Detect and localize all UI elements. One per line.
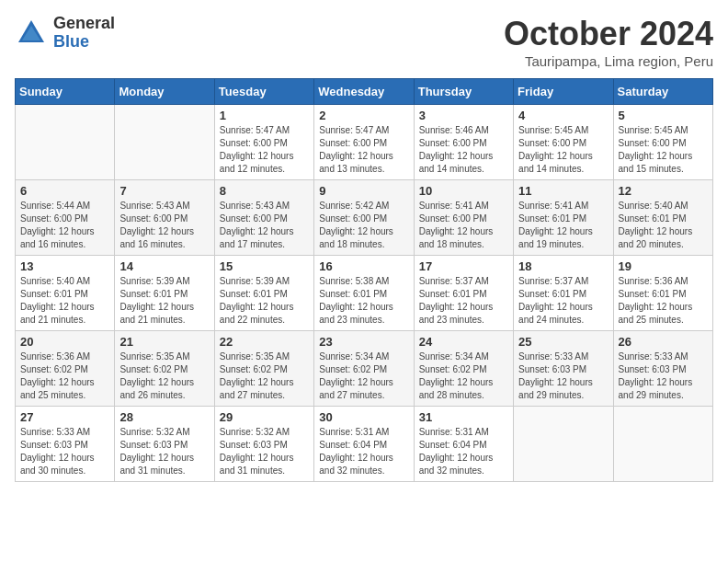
calendar-cell: 8Sunrise: 5:43 AMSunset: 6:00 PMDaylight…: [214, 180, 313, 256]
cell-day-number: 15: [220, 259, 309, 273]
calendar-table: SundayMondayTuesdayWednesdayThursdayFrid…: [15, 78, 713, 482]
calendar-cell: [613, 407, 712, 482]
calendar-cell: 29Sunrise: 5:32 AMSunset: 6:03 PMDayligh…: [214, 407, 313, 482]
cell-day-number: 24: [419, 335, 508, 349]
cell-day-number: 8: [220, 184, 309, 198]
cell-day-number: 20: [20, 335, 109, 349]
calendar-cell: 17Sunrise: 5:37 AMSunset: 6:01 PMDayligh…: [414, 256, 513, 331]
cell-day-number: 27: [20, 410, 109, 424]
logo-blue-label: Blue: [53, 33, 115, 52]
cell-info: Sunrise: 5:45 AMSunset: 6:00 PMDaylight:…: [619, 124, 708, 176]
calendar-cell: 16Sunrise: 5:38 AMSunset: 6:01 PMDayligh…: [314, 256, 414, 331]
calendar-cell: 4Sunrise: 5:45 AMSunset: 6:00 PMDaylight…: [514, 105, 613, 180]
calendar-cell: 10Sunrise: 5:41 AMSunset: 6:00 PMDayligh…: [414, 180, 513, 256]
calendar-week-row: 6Sunrise: 5:44 AMSunset: 6:00 PMDaylight…: [16, 180, 713, 256]
cell-day-number: 29: [220, 410, 309, 424]
cell-info: Sunrise: 5:45 AMSunset: 6:00 PMDaylight:…: [518, 124, 608, 176]
calendar-week-row: 13Sunrise: 5:40 AMSunset: 6:01 PMDayligh…: [16, 256, 713, 331]
cell-info: Sunrise: 5:32 AMSunset: 6:03 PMDaylight:…: [119, 426, 209, 477]
cell-info: Sunrise: 5:35 AMSunset: 6:02 PMDaylight:…: [220, 350, 309, 402]
cell-day-number: 4: [518, 109, 608, 122]
calendar-cell: 31Sunrise: 5:31 AMSunset: 6:04 PMDayligh…: [414, 407, 513, 482]
calendar-cell: 12Sunrise: 5:40 AMSunset: 6:01 PMDayligh…: [613, 180, 712, 256]
weekday-header-monday: Monday: [115, 79, 214, 105]
cell-info: Sunrise: 5:33 AMSunset: 6:03 PMDaylight:…: [518, 350, 608, 402]
cell-info: Sunrise: 5:40 AMSunset: 6:01 PMDaylight:…: [619, 200, 708, 251]
calendar-cell: 21Sunrise: 5:35 AMSunset: 6:02 PMDayligh…: [115, 331, 214, 407]
calendar-cell: 20Sunrise: 5:36 AMSunset: 6:02 PMDayligh…: [16, 331, 115, 407]
cell-day-number: 13: [20, 259, 109, 273]
calendar-cell: 9Sunrise: 5:42 AMSunset: 6:00 PMDaylight…: [314, 180, 414, 256]
cell-day-number: 6: [20, 184, 109, 198]
calendar-cell: 24Sunrise: 5:34 AMSunset: 6:02 PMDayligh…: [414, 331, 513, 407]
calendar-cell: 30Sunrise: 5:31 AMSunset: 6:04 PMDayligh…: [314, 407, 414, 482]
cell-day-number: 26: [619, 335, 708, 349]
cell-day-number: 31: [419, 410, 508, 424]
cell-day-number: 28: [119, 410, 209, 424]
calendar-cell: [115, 105, 214, 180]
cell-day-number: 23: [319, 335, 408, 349]
calendar-cell: 25Sunrise: 5:33 AMSunset: 6:03 PMDayligh…: [514, 331, 613, 407]
cell-day-number: 10: [419, 184, 508, 198]
calendar-cell: 2Sunrise: 5:47 AMSunset: 6:00 PMDaylight…: [314, 105, 414, 180]
cell-info: Sunrise: 5:34 AMSunset: 6:02 PMDaylight:…: [319, 350, 408, 402]
calendar-title: October 2024: [504, 15, 713, 53]
logo-general-label: General: [53, 15, 115, 33]
logo-text: General Blue: [53, 15, 115, 52]
cell-info: Sunrise: 5:46 AMSunset: 6:00 PMDaylight:…: [419, 124, 508, 176]
cell-day-number: 21: [119, 335, 209, 349]
cell-info: Sunrise: 5:37 AMSunset: 6:01 PMDaylight:…: [419, 275, 508, 327]
cell-day-number: 1: [220, 109, 309, 122]
cell-info: Sunrise: 5:37 AMSunset: 6:01 PMDaylight:…: [518, 275, 608, 327]
calendar-cell: 26Sunrise: 5:33 AMSunset: 6:03 PMDayligh…: [613, 331, 712, 407]
cell-info: Sunrise: 5:47 AMSunset: 6:00 PMDaylight:…: [319, 124, 408, 176]
cell-info: Sunrise: 5:40 AMSunset: 6:01 PMDaylight:…: [20, 275, 109, 327]
cell-info: Sunrise: 5:43 AMSunset: 6:00 PMDaylight:…: [119, 200, 209, 251]
cell-info: Sunrise: 5:41 AMSunset: 6:00 PMDaylight:…: [419, 200, 508, 251]
weekday-header-sunday: Sunday: [16, 79, 115, 105]
cell-info: Sunrise: 5:36 AMSunset: 6:01 PMDaylight:…: [619, 275, 708, 327]
calendar-cell: 1Sunrise: 5:47 AMSunset: 6:00 PMDaylight…: [214, 105, 313, 180]
cell-info: Sunrise: 5:47 AMSunset: 6:00 PMDaylight:…: [220, 124, 309, 176]
calendar-cell: 15Sunrise: 5:39 AMSunset: 6:01 PMDayligh…: [214, 256, 313, 331]
calendar-cell: 6Sunrise: 5:44 AMSunset: 6:00 PMDaylight…: [16, 180, 115, 256]
weekday-header-saturday: Saturday: [613, 79, 712, 105]
cell-info: Sunrise: 5:33 AMSunset: 6:03 PMDaylight:…: [619, 350, 708, 402]
cell-info: Sunrise: 5:35 AMSunset: 6:02 PMDaylight:…: [119, 350, 209, 402]
logo[interactable]: General Blue: [15, 15, 115, 52]
cell-info: Sunrise: 5:39 AMSunset: 6:01 PMDaylight:…: [119, 275, 209, 327]
calendar-cell: 19Sunrise: 5:36 AMSunset: 6:01 PMDayligh…: [613, 256, 712, 331]
page-header: General Blue October 2024 Tauripampa, Li…: [15, 15, 713, 69]
cell-day-number: 19: [619, 259, 708, 273]
calendar-cell: [16, 105, 115, 180]
cell-day-number: 30: [319, 410, 408, 424]
cell-info: Sunrise: 5:31 AMSunset: 6:04 PMDaylight:…: [419, 426, 508, 477]
cell-info: Sunrise: 5:36 AMSunset: 6:02 PMDaylight:…: [20, 350, 109, 402]
calendar-cell: 23Sunrise: 5:34 AMSunset: 6:02 PMDayligh…: [314, 331, 414, 407]
cell-info: Sunrise: 5:39 AMSunset: 6:01 PMDaylight:…: [220, 275, 309, 327]
calendar-cell: 3Sunrise: 5:46 AMSunset: 6:00 PMDaylight…: [414, 105, 513, 180]
cell-day-number: 9: [319, 184, 408, 198]
calendar-week-row: 1Sunrise: 5:47 AMSunset: 6:00 PMDaylight…: [16, 105, 713, 180]
weekday-header-thursday: Thursday: [414, 79, 513, 105]
calendar-cell: 27Sunrise: 5:33 AMSunset: 6:03 PMDayligh…: [16, 407, 115, 482]
cell-info: Sunrise: 5:41 AMSunset: 6:01 PMDaylight:…: [518, 200, 608, 251]
cell-info: Sunrise: 5:31 AMSunset: 6:04 PMDaylight:…: [319, 426, 408, 477]
cell-info: Sunrise: 5:42 AMSunset: 6:00 PMDaylight:…: [319, 200, 408, 251]
cell-info: Sunrise: 5:33 AMSunset: 6:03 PMDaylight:…: [20, 426, 109, 477]
calendar-week-row: 20Sunrise: 5:36 AMSunset: 6:02 PMDayligh…: [16, 331, 713, 407]
cell-day-number: 11: [518, 184, 608, 198]
cell-day-number: 7: [119, 184, 209, 198]
cell-day-number: 22: [220, 335, 309, 349]
cell-day-number: 17: [419, 259, 508, 273]
calendar-cell: 11Sunrise: 5:41 AMSunset: 6:01 PMDayligh…: [514, 180, 613, 256]
cell-day-number: 16: [319, 259, 408, 273]
calendar-week-row: 27Sunrise: 5:33 AMSunset: 6:03 PMDayligh…: [16, 407, 713, 482]
cell-day-number: 5: [619, 109, 708, 122]
weekday-header-tuesday: Tuesday: [214, 79, 313, 105]
cell-info: Sunrise: 5:34 AMSunset: 6:02 PMDaylight:…: [419, 350, 508, 402]
title-block: October 2024 Tauripampa, Lima region, Pe…: [504, 15, 713, 69]
cell-info: Sunrise: 5:43 AMSunset: 6:00 PMDaylight:…: [220, 200, 309, 251]
calendar-cell: 13Sunrise: 5:40 AMSunset: 6:01 PMDayligh…: [16, 256, 115, 331]
calendar-subtitle: Tauripampa, Lima region, Peru: [504, 53, 713, 69]
